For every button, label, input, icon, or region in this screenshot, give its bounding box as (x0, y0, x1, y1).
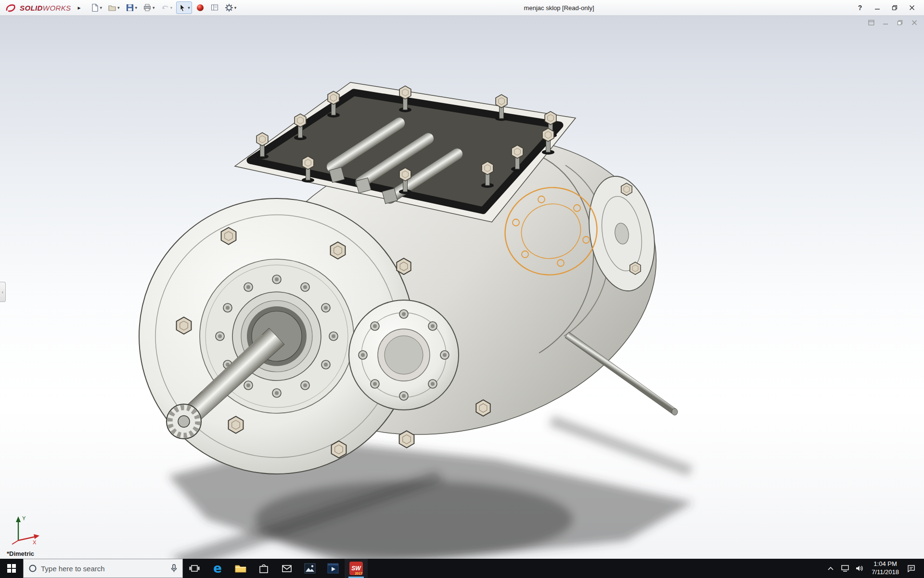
graphics-area[interactable]: ‹ (0, 16, 924, 559)
solidworks-app-icon: SW2017 (349, 562, 363, 575)
mail-icon[interactable] (275, 559, 298, 578)
maximize-button[interactable] (887, 2, 902, 13)
new-document-icon (90, 3, 99, 12)
close-button[interactable] (905, 2, 919, 13)
doc-restore-button[interactable] (895, 19, 905, 26)
undo-icon (161, 3, 169, 12)
store-icon[interactable] (252, 559, 275, 578)
speaker-icon (855, 565, 864, 572)
file-explorer-icon[interactable] (229, 559, 252, 578)
svg-text:Y: Y (22, 515, 26, 521)
network-icon (841, 565, 849, 572)
save-button[interactable]: ▾ (124, 1, 140, 14)
edge-icon[interactable]: e (206, 559, 229, 578)
clock-date: 7/11/2018 (872, 568, 899, 577)
windows-logo-icon (7, 564, 16, 573)
display-settings-button[interactable] (208, 1, 221, 14)
undo-button[interactable]: ▾ (159, 1, 175, 14)
appearances-button[interactable] (194, 1, 206, 14)
chevron-up-icon (828, 566, 834, 570)
view-orientation-label: *Dimetric (7, 550, 34, 557)
microphone-icon[interactable] (170, 564, 178, 573)
doc-float-button[interactable] (866, 19, 876, 26)
appearance-sphere-icon (196, 3, 205, 12)
hidden-icons-button[interactable] (824, 559, 837, 578)
open-button[interactable]: ▾ (106, 1, 122, 14)
volume-tray-button[interactable] (853, 559, 866, 578)
open-icon (108, 3, 116, 12)
cortana-icon (28, 564, 37, 573)
doc-minimize-button[interactable] (881, 19, 890, 26)
shopping-bag-icon (258, 563, 270, 574)
clock-time: 1:04 PM (872, 560, 899, 568)
doc-minimize-icon (883, 20, 888, 26)
start-button[interactable] (0, 559, 23, 578)
doc-close-icon (911, 20, 917, 26)
photos-app-icon (304, 562, 316, 575)
minimize-button[interactable] (870, 2, 885, 13)
close-icon (909, 5, 915, 11)
dropdown-arrow-icon[interactable]: ▾ (234, 6, 237, 10)
gearbox-3d-model[interactable] (0, 16, 924, 559)
options-button[interactable]: ▾ (223, 1, 239, 14)
dropdown-arrow-icon[interactable]: ▾ (100, 6, 103, 10)
display-pane-icon (210, 3, 219, 12)
search-input[interactable] (41, 565, 167, 573)
network-tray-button[interactable] (839, 559, 851, 578)
secondary-cover[interactable] (349, 300, 459, 410)
featuremanager-collapsed-tab[interactable]: ‹ (0, 282, 6, 302)
task-view-button[interactable] (183, 559, 206, 578)
task-view-icon (189, 563, 200, 574)
document-window-controls (866, 19, 919, 26)
float-window-icon (868, 20, 874, 26)
taskbar-clock[interactable]: 1:04 PM 7/11/2018 (868, 560, 903, 577)
gear-icon (225, 3, 233, 12)
solidworks-window: SOLIDWORKS ▸ ▾ ▾ ▾ (0, 0, 924, 578)
doc-close-button[interactable] (910, 19, 919, 26)
action-center-button[interactable] (905, 559, 917, 578)
orientation-triad: Y X (8, 512, 42, 547)
window-controls: ? (853, 2, 919, 13)
window-title: menjac sklop [Read-only] (524, 4, 594, 12)
dropdown-arrow-icon[interactable]: ▾ (117, 6, 120, 10)
svg-text:X: X (33, 539, 37, 545)
movies-tv-icon[interactable] (321, 559, 345, 578)
system-tray: 1:04 PM 7/11/2018 (824, 559, 924, 578)
taskbar-search-box[interactable] (23, 559, 183, 578)
print-button[interactable]: ▾ (141, 1, 157, 14)
select-tool-button[interactable]: ▾ (176, 1, 192, 14)
select-cursor-icon (178, 3, 187, 12)
action-center-icon (907, 565, 915, 572)
folder-icon (234, 562, 247, 575)
photos-icon[interactable] (298, 559, 321, 578)
doc-restore-icon (897, 20, 903, 26)
quick-access-toolbar: ▾ ▾ ▾ ▾ (89, 1, 239, 14)
dropdown-arrow-icon[interactable]: ▾ (153, 6, 155, 10)
envelope-icon (281, 563, 293, 574)
dropdown-arrow-icon[interactable]: ▾ (170, 6, 173, 10)
titlebar: SOLIDWORKS ▸ ▾ ▾ ▾ (0, 0, 924, 16)
ds-logo-icon (5, 3, 17, 13)
print-icon (143, 3, 152, 12)
minimize-icon (874, 5, 880, 11)
save-icon (126, 3, 134, 12)
restore-icon (892, 5, 898, 11)
brand-text: SOLIDWORKS (20, 4, 71, 12)
dropdown-arrow-icon[interactable]: ▾ (135, 6, 138, 10)
taskbar: e (0, 559, 924, 578)
menu-expand-button[interactable]: ▸ (75, 2, 84, 13)
solidworks-brand: SOLIDWORKS (5, 3, 71, 13)
movies-app-icon (327, 562, 339, 575)
help-button[interactable]: ? (853, 2, 867, 13)
new-document-button[interactable]: ▾ (89, 1, 104, 14)
solidworks-taskbar-icon[interactable]: SW2017 (345, 559, 368, 578)
dropdown-arrow-icon[interactable]: ▾ (188, 6, 190, 10)
